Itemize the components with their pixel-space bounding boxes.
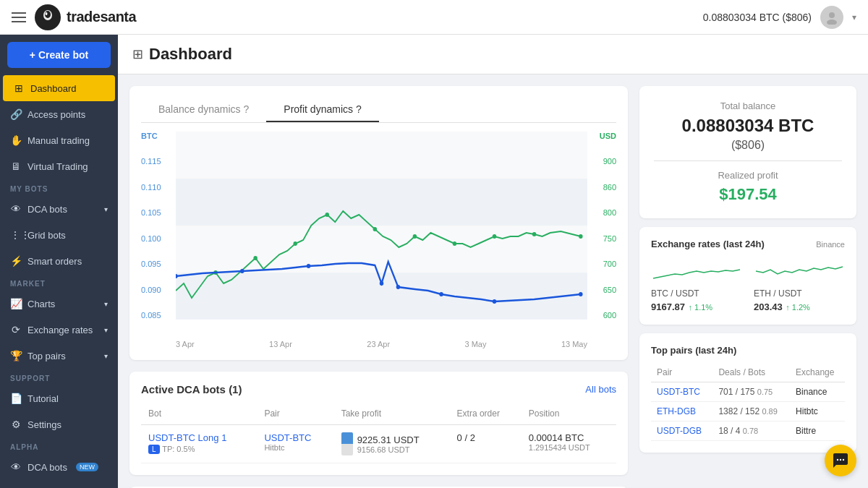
sidebar-item-settings[interactable]: ⚙ Settings	[0, 411, 118, 437]
position-btc: 0.00014 BTC	[529, 432, 609, 443]
sidebar-item-smart-orders[interactable]: ⚡ Smart orders	[0, 248, 118, 274]
eth-rate-value: 203.43	[754, 301, 783, 312]
svg-point-27	[579, 292, 583, 296]
exchange-rates-card: Exchange rates (last 24h) Binance BTC / …	[639, 227, 856, 325]
tp-exchange-2: Bittre	[790, 421, 845, 441]
sidebar-item-exchange-rates[interactable]: ⟳ Exchange rates ▾	[0, 317, 118, 343]
settings-icon: ⚙	[10, 419, 22, 430]
create-bot-button[interactable]: + Create bot	[7, 42, 111, 68]
bot-tag: L	[148, 445, 160, 454]
svg-point-30	[843, 459, 844, 461]
eth-sparkline	[754, 257, 845, 286]
position-usdt: 1.2915434 USDT	[529, 443, 609, 452]
chart-card: Balance dynamics ? Profit dynamics ? BTC…	[129, 86, 628, 360]
tp-exchange-0: Binance	[790, 382, 845, 402]
col-pair: Pair	[257, 403, 333, 425]
take-profit-value2: 9156.68 USDT	[357, 445, 420, 454]
usd-label: USD	[600, 132, 616, 140]
sidebar-item-dca-bots-alpha[interactable]: 👁 DCA bots NEW	[0, 454, 118, 480]
sidebar-item-charts[interactable]: 📈 Charts ▾	[0, 291, 118, 317]
tp-pair-2[interactable]: USDT-DGB	[657, 426, 702, 436]
exchange-rates-title: Exchange rates (last 24h)	[651, 239, 765, 249]
svg-point-21	[240, 269, 244, 273]
btc-pair: BTC / USDT	[651, 288, 742, 299]
chart-container: BTC 0.115 0.110 0.105 0.100 0.095 0.090 …	[141, 132, 616, 348]
tp-col-deals: Deals / Bots	[712, 363, 790, 382]
my-bots-section-label: MY BOTS	[0, 179, 118, 196]
exchange-source: Binance	[816, 240, 845, 249]
pair-link[interactable]: USDT-BTC	[264, 432, 326, 443]
tp-pair-1[interactable]: ETH-DGB	[657, 406, 696, 416]
realized-profit-value: $197.54	[654, 185, 842, 204]
btc-sparkline	[651, 257, 742, 286]
sidebar-item-manual-trading[interactable]: ✋ Manual trading	[0, 127, 118, 153]
top-pairs-table: Pair Deals / Bots Exchange USDT-BTC 701 …	[651, 363, 845, 441]
eth-rate-change: ↑ 1.2%	[786, 303, 810, 312]
chart-tabs: Balance dynamics ? Profit dynamics ?	[141, 98, 616, 123]
svg-rect-7	[176, 179, 587, 226]
tp-col-exchange: Exchange	[790, 363, 845, 382]
sidebar-item-dca-bots[interactable]: 👁 DCA bots ▾	[0, 196, 118, 222]
topbar-left: tradesanta	[12, 4, 136, 30]
topbar-right: 0.08803034 BTC ($806) ▾	[703, 6, 856, 29]
sidebar: + Create bot ⊞ Dashboard 🔗 Access points…	[0, 35, 118, 488]
top-pairs-icon: 🏆	[10, 350, 22, 361]
sidebar-item-dashboard[interactable]: ⊞ Dashboard	[3, 75, 115, 101]
bot-name-link[interactable]: USDT-BTC Long 1	[148, 432, 250, 443]
all-dca-bots-link[interactable]: All bots	[585, 384, 616, 395]
svg-point-29	[840, 459, 841, 461]
virtual-trading-icon: 🖥	[10, 160, 22, 172]
svg-point-26	[493, 299, 497, 304]
dca-bots-table: Bot Pair Take profit Extra order Positio…	[141, 403, 616, 463]
col-bot: Bot	[141, 403, 257, 425]
extra-order-cell: 0 / 2	[450, 425, 522, 463]
user-chevron-icon[interactable]: ▾	[852, 12, 856, 22]
charts-chevron-icon: ▾	[104, 300, 108, 308]
svg-point-19	[579, 234, 583, 239]
tab-profit-dynamics[interactable]: Profit dynamics ?	[266, 98, 378, 122]
top-pairs-chevron-icon: ▾	[104, 352, 108, 360]
exchange-rates-icon: ⟳	[10, 324, 22, 335]
charts-icon: 📈	[10, 298, 22, 309]
tp-pair-0[interactable]: USDT-BTC	[657, 387, 700, 397]
dashboard-header-icon: ⊞	[132, 46, 143, 62]
svg-point-15	[413, 234, 417, 239]
svg-point-5	[827, 20, 837, 25]
sidebar-item-grid-bots[interactable]: ⋮⋮ Grid bots	[0, 222, 118, 248]
svg-point-13	[325, 213, 329, 217]
chart-x-axis: 3 Apr 13 Apr 23 Apr 3 May 13 May	[176, 340, 587, 348]
take-profit-cell: 9225.31 USDT 9156.68 USDT	[334, 425, 450, 463]
page-header: ⊞ Dashboard	[118, 35, 868, 74]
rate-items: BTC / USDT 9167.87 ↑ 1.1% ETH / USDT	[651, 257, 845, 313]
chat-bubble-button[interactable]	[825, 445, 856, 476]
dca-bots-icon: 👁	[10, 203, 22, 215]
svg-point-11	[253, 256, 258, 260]
chart-y-axis-usd: USD 900 860 800 750 700 650 600	[587, 132, 616, 320]
svg-point-12	[293, 241, 297, 246]
active-dca-card: Active DCA bots (1) All bots Bot Pair Ta…	[129, 372, 628, 475]
sidebar-item-top-pairs[interactable]: 🏆 Top pairs ▾	[0, 343, 118, 369]
btc-rate-change: ↑ 1.1%	[688, 303, 712, 312]
top-pair-row: ETH-DGB 1382 / 152 0.89 Hitbtc	[651, 402, 845, 421]
grid-bots-icon: ⋮⋮	[10, 229, 22, 241]
svg-point-4	[829, 12, 835, 18]
active-dca-title: Active DCA bots (1)	[141, 383, 242, 395]
tab-balance-dynamics[interactable]: Balance dynamics ?	[141, 98, 266, 122]
logo-icon	[35, 4, 61, 30]
sidebar-item-access-points[interactable]: 🔗 Access points	[0, 101, 118, 127]
svg-point-3	[46, 12, 48, 15]
new-badge: NEW	[76, 463, 98, 471]
balance-divider	[654, 160, 842, 161]
sidebar-item-virtual-trading[interactable]: 🖥 Virtual Trading	[0, 153, 118, 179]
hamburger-menu[interactable]	[12, 12, 26, 22]
svg-point-18	[532, 232, 537, 236]
position-cell: 0.00014 BTC 1.2915434 USDT	[522, 425, 616, 463]
tutorial-icon: 📄	[10, 393, 22, 404]
rate-item-btc: BTC / USDT 9167.87 ↑ 1.1%	[651, 257, 742, 313]
svg-point-28	[837, 459, 838, 461]
top-balance: 0.08803034 BTC ($806)	[703, 12, 812, 23]
tp-score-2: 0.78	[743, 427, 758, 435]
dca-alpha-icon: 👁	[10, 461, 22, 473]
sidebar-item-tutorial[interactable]: 📄 Tutorial	[0, 385, 118, 411]
user-avatar[interactable]	[820, 6, 843, 29]
